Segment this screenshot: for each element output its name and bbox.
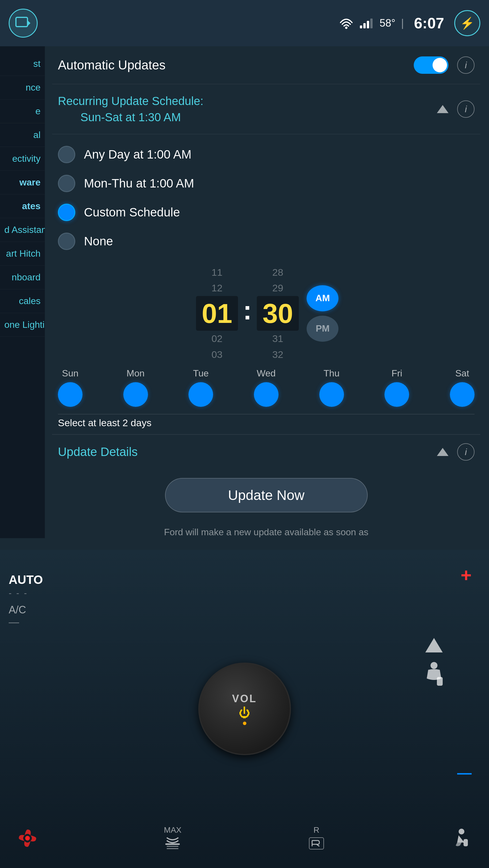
radio-options: Any Day at 1:00 AM Mon-Thu at 1:00 AM Cu… bbox=[52, 134, 480, 261]
vol-power-icon: ⏻ bbox=[239, 706, 251, 719]
auto-updates-label: Automatic Updates bbox=[58, 58, 166, 72]
pm-button[interactable]: PM bbox=[307, 316, 339, 342]
radio-custom[interactable]: Custom Schedule bbox=[58, 198, 474, 227]
nav-item-e[interactable]: e bbox=[0, 99, 45, 123]
hour-value: 01 bbox=[202, 298, 232, 329]
radio-circle-custom bbox=[58, 204, 75, 221]
update-now-button[interactable]: Update Now bbox=[165, 478, 368, 513]
nav-item-nce[interactable]: nce bbox=[0, 76, 45, 99]
svg-rect-0 bbox=[16, 18, 28, 27]
svg-rect-9 bbox=[437, 677, 443, 686]
svg-rect-6 bbox=[370, 19, 373, 28]
day-btn-thu[interactable] bbox=[319, 382, 344, 407]
nav-item-assistant[interactable]: d Assistant bbox=[0, 218, 45, 242]
day-btn-sat[interactable] bbox=[450, 382, 474, 407]
nav-item-scales[interactable]: cales bbox=[0, 289, 45, 313]
day-tue[interactable]: Tue bbox=[189, 368, 213, 407]
svg-marker-7 bbox=[425, 638, 443, 652]
day-btn-wed[interactable] bbox=[254, 382, 279, 407]
day-btn-mon[interactable] bbox=[123, 382, 148, 407]
nav-item-al[interactable]: al bbox=[0, 123, 45, 147]
back-button-area[interactable] bbox=[9, 9, 38, 38]
nav-item-onboard[interactable]: nboard bbox=[0, 266, 45, 289]
hour-column[interactable]: 11 12 01 02 03 bbox=[194, 265, 240, 362]
auto-updates-toggle[interactable] bbox=[414, 56, 449, 74]
bottom-icons-row: MAX R bbox=[0, 826, 489, 850]
signal-icon bbox=[359, 18, 374, 29]
seat-up-icon[interactable] bbox=[424, 637, 444, 657]
wifi-icon bbox=[339, 18, 353, 29]
status-icons: 58° | 6:07 ⚡ bbox=[339, 10, 480, 36]
minute-column[interactable]: 28 29 30 31 32 bbox=[255, 265, 301, 362]
power-icon: ⚡ bbox=[460, 17, 474, 30]
day-label-sun: Sun bbox=[62, 368, 79, 379]
schedule-info-button[interactable]: i bbox=[457, 100, 474, 118]
am-button[interactable]: AM bbox=[307, 285, 339, 311]
nav-item-assist[interactable]: st bbox=[0, 52, 45, 76]
radio-any-day[interactable]: Any Day at 1:00 AM bbox=[58, 140, 474, 169]
nav-item-lighting[interactable]: one Lighting bbox=[0, 313, 45, 337]
minus-button[interactable]: — bbox=[457, 765, 471, 781]
r-defrost[interactable]: R bbox=[308, 826, 325, 850]
day-sun[interactable]: Sun bbox=[58, 368, 83, 407]
hour-below-1: 02 bbox=[212, 331, 223, 346]
nav-item-software[interactable]: ware bbox=[0, 171, 45, 194]
r-label: R bbox=[314, 826, 319, 835]
time-picker: 11 12 01 02 03 : 28 29 30 31 32 AM PM bbox=[64, 265, 469, 362]
radio-circle-mon-thu bbox=[58, 175, 75, 192]
svg-point-2 bbox=[345, 27, 347, 29]
power-button[interactable]: ⚡ bbox=[454, 10, 480, 36]
radio-none[interactable]: None bbox=[58, 227, 474, 256]
defrost-icon bbox=[164, 836, 181, 850]
update-details-label[interactable]: Update Details bbox=[58, 445, 138, 459]
svg-rect-12 bbox=[309, 838, 324, 849]
max-defrost[interactable]: MAX bbox=[164, 826, 181, 850]
svg-point-13 bbox=[459, 829, 464, 834]
time-colon: : bbox=[240, 296, 255, 326]
nav-item-connectivity[interactable]: ectivity bbox=[0, 147, 45, 171]
day-mon[interactable]: Mon bbox=[123, 368, 148, 407]
radio-label-mon-thu: Mon-Thu at 1:00 AM bbox=[84, 177, 194, 190]
update-details-controls: i bbox=[437, 443, 474, 461]
vol-label: VOL bbox=[232, 693, 257, 705]
day-fri[interactable]: Fri bbox=[384, 368, 409, 407]
update-details-chevron[interactable] bbox=[437, 448, 449, 456]
left-navigation: st nce e al ectivity ware ates d Assista… bbox=[0, 46, 45, 538]
auto-updates-info-button[interactable]: i bbox=[457, 56, 474, 74]
radio-label-none: None bbox=[84, 235, 113, 248]
min-below-2: 32 bbox=[272, 347, 283, 362]
auto-dashes: - - - bbox=[9, 588, 43, 598]
day-sat[interactable]: Sat bbox=[450, 368, 474, 407]
day-wed[interactable]: Wed bbox=[254, 368, 279, 407]
schedule-label: Recurring Update Schedule: Sun-Sat at 1:… bbox=[58, 93, 204, 125]
svg-point-8 bbox=[431, 662, 437, 669]
day-btn-sun[interactable] bbox=[58, 382, 83, 407]
back-button[interactable] bbox=[9, 9, 38, 38]
info-icon-3: i bbox=[465, 447, 467, 458]
nav-item-hitch[interactable]: art Hitch bbox=[0, 242, 45, 266]
min-below-1: 31 bbox=[272, 331, 283, 346]
right-climate: + bbox=[461, 564, 471, 586]
status-divider: | bbox=[401, 17, 404, 29]
update-details-info-button[interactable]: i bbox=[457, 443, 474, 461]
seat-recline-icon[interactable] bbox=[451, 828, 471, 848]
day-btn-fri[interactable] bbox=[384, 382, 409, 407]
seat-heat-controls bbox=[423, 637, 445, 687]
temperature-display: 58° bbox=[379, 17, 395, 29]
day-btn-tue[interactable] bbox=[189, 382, 213, 407]
day-selector: Sun Mon Tue Wed Thu Fri bbox=[58, 368, 474, 429]
plus-button[interactable]: + bbox=[461, 564, 471, 586]
fan-icon[interactable] bbox=[18, 828, 38, 848]
radio-mon-thu[interactable]: Mon-Thu at 1:00 AM bbox=[58, 169, 474, 198]
volume-knob[interactable]: VOL ⏻ bbox=[198, 662, 291, 755]
info-icon-2: i bbox=[465, 104, 467, 115]
info-icon: i bbox=[465, 60, 467, 71]
day-label-wed: Wed bbox=[257, 368, 276, 379]
radio-label-any-day: Any Day at 1:00 AM bbox=[84, 148, 191, 161]
schedule-chevron[interactable] bbox=[437, 105, 449, 113]
nav-item-updates[interactable]: ates bbox=[0, 194, 45, 218]
left-climate: AUTO - - - A/C — bbox=[9, 573, 43, 628]
bottom-controls: AUTO - - - A/C — VOL ⏻ + — bbox=[0, 550, 489, 868]
day-buttons: Sun Mon Tue Wed Thu Fri bbox=[58, 368, 474, 410]
day-thu[interactable]: Thu bbox=[319, 368, 344, 407]
